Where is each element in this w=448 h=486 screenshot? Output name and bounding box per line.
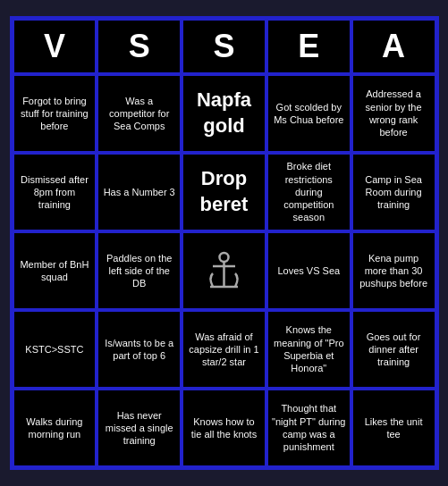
bingo-cell-3-2[interactable]: Was afraid of capsize drill in 1 star/2 … [182, 310, 266, 389]
bingo-cell-1-1[interactable]: Has a Number 3 [97, 153, 182, 231]
bingo-cell-4-3[interactable]: Thought that "night PT" during camp was … [266, 389, 351, 467]
bingo-cell-4-4[interactable]: Likes the unit tee [351, 389, 436, 467]
bingo-cell-2-3[interactable]: Loves VS Sea [266, 231, 351, 310]
bingo-cell-1-0[interactable]: Dismissed after 8pm from training [13, 153, 97, 231]
bingo-cell-3-0[interactable]: KSTC>SSTC [13, 310, 97, 389]
bingo-cell-0-3[interactable]: Got scolded by Ms Chua before [266, 74, 351, 153]
bingo-cell-2-2[interactable] [182, 231, 266, 310]
bingo-grid: Forgot to bring stuff for training befor… [13, 74, 436, 467]
anchor-icon [199, 247, 249, 296]
header-letter-S: S [97, 19, 182, 74]
header-letter-S: S [182, 19, 266, 74]
bingo-cell-4-1[interactable]: Has never missed a single training [97, 389, 182, 467]
svg-point-0 [219, 253, 228, 262]
header-letter-A: A [351, 19, 436, 74]
bingo-card: VSSEA Forgot to bring stuff for training… [10, 16, 439, 470]
bingo-cell-2-0[interactable]: Member of BnH squad [13, 231, 97, 310]
header-letter-V: V [13, 19, 97, 74]
bingo-header: VSSEA [13, 19, 436, 74]
bingo-cell-0-4[interactable]: Addressed a senior by the wrong rank bef… [351, 74, 436, 153]
bingo-cell-1-3[interactable]: Broke diet restrictions during competiti… [266, 153, 351, 231]
header-letter-E: E [266, 19, 351, 74]
bingo-cell-3-3[interactable]: Knows the meaning of "Pro Superbia et Ho… [266, 310, 351, 389]
bingo-cell-0-0[interactable]: Forgot to bring stuff for training befor… [13, 74, 97, 153]
bingo-cell-1-4[interactable]: Camp in Sea Room during training [351, 153, 436, 231]
bingo-cell-1-2[interactable]: Drop beret [182, 153, 266, 231]
bingo-cell-4-2[interactable]: Knows how to tie all the knots [182, 389, 266, 467]
bingo-cell-2-1[interactable]: Paddles on the left side of the DB [97, 231, 182, 310]
bingo-cell-2-4[interactable]: Kena pump more than 30 pushups before [351, 231, 436, 310]
bingo-cell-4-0[interactable]: Walks during morning run [13, 389, 97, 467]
bingo-cell-0-1[interactable]: Was a competitor for Sea Comps [97, 74, 182, 153]
bingo-cell-0-2[interactable]: Napfa gold [182, 74, 266, 153]
bingo-cell-3-4[interactable]: Goes out for dinner after training [351, 310, 436, 389]
bingo-cell-3-1[interactable]: Is/wants to be a part of top 6 [97, 310, 182, 389]
